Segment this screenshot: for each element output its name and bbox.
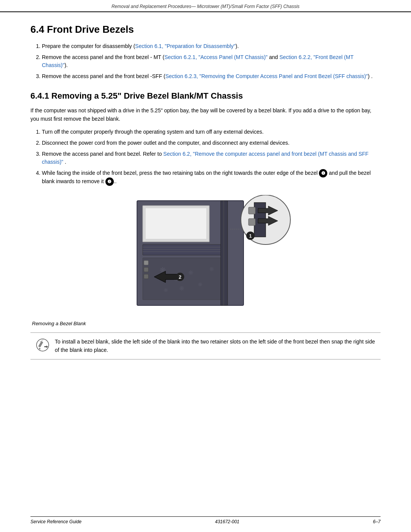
link-section-61[interactable]: Section 6.1, "Preparation for Disassembl… [135, 43, 236, 49]
note-box: To install a bezel blank, slide the left… [30, 332, 381, 359]
section-641-intro: If the computer was not shipped with a d… [30, 106, 381, 123]
list-item: Prepare the computer for disassembly (Se… [42, 42, 381, 50]
svg-text:❋: ❋ [198, 281, 202, 288]
step2-text: Disconnect the power cord from the power… [42, 140, 290, 146]
svg-rect-8 [144, 260, 148, 265]
link-section-621[interactable]: Section 6.2.1, "Access Panel (MT Chassis… [164, 54, 268, 60]
figure-caption: Removing a Bezel Blank [32, 321, 381, 326]
note-icon [36, 338, 49, 352]
list-item: Remove the access panel and the front be… [42, 72, 381, 80]
page-footer: Service Reference Guide 431672-001 6–7 [30, 516, 381, 524]
list-item: Turn off the computer properly through t… [42, 128, 381, 136]
svg-rect-27 [249, 207, 255, 214]
page-header: Removal and Replacement Procedures— Micr… [0, 0, 411, 12]
svg-marker-35 [39, 348, 41, 350]
list-item: While facing the inside of the front bez… [42, 169, 381, 186]
section-641-steps: Turn off the computer properly through t… [42, 128, 381, 186]
list-item: Disconnect the power cord from the power… [42, 139, 381, 147]
svg-rect-10 [144, 274, 148, 279]
header-text: Removal and Replacement Procedures— Micr… [112, 4, 299, 9]
link-section-623[interactable]: Section 6.2.3, "Removing the Computer Ac… [166, 73, 368, 79]
svg-point-33 [37, 339, 49, 351]
svg-rect-18 [221, 201, 228, 305]
bezel-illustration: ❋ ❋ ❋ ❋ ❋ ❋ ❋ 2 [118, 195, 293, 317]
section-64-steps: Prepare the computer for disassembly (Se… [42, 42, 381, 80]
badge-2: ❷ [105, 177, 114, 186]
svg-rect-28 [249, 219, 255, 225]
footer-center: 431672-001 [215, 519, 239, 524]
svg-rect-9 [144, 267, 148, 272]
svg-text:2: 2 [178, 274, 181, 280]
svg-marker-37 [44, 345, 48, 348]
svg-text:1: 1 [249, 233, 252, 239]
list-item: Remove the access panel and front bezel.… [42, 150, 381, 166]
figure-container: ❋ ❋ ❋ ❋ ❋ ❋ ❋ 2 [30, 195, 381, 317]
list-item: Remove the access panel and the front be… [42, 53, 381, 69]
svg-text:❋: ❋ [179, 285, 185, 292]
svg-text:❋: ❋ [188, 269, 193, 276]
page-content: 6.4 Front Drive Bezels Prepare the compu… [0, 12, 411, 390]
svg-rect-2 [145, 208, 207, 239]
note-text: To install a bezel blank, slide the left… [55, 337, 375, 355]
svg-rect-34 [38, 341, 43, 347]
step1-text: Turn off the computer properly through t… [42, 129, 264, 135]
svg-text:❋: ❋ [164, 287, 168, 293]
footer-left: Service Reference Guide [30, 519, 81, 524]
svg-text:❋: ❋ [209, 266, 214, 272]
illustration: ❋ ❋ ❋ ❋ ❋ ❋ ❋ 2 [118, 195, 293, 317]
svg-rect-7 [143, 258, 226, 300]
footer-right: 6–7 [373, 519, 381, 524]
badge-1: ❶ [319, 169, 327, 177]
section-64-title: 6.4 Front Drive Bezels [30, 24, 381, 35]
svg-rect-3 [143, 244, 226, 255]
section-641-title: 6.4.1 Removing a 5.25" Drive Bezel Blank… [30, 91, 381, 101]
